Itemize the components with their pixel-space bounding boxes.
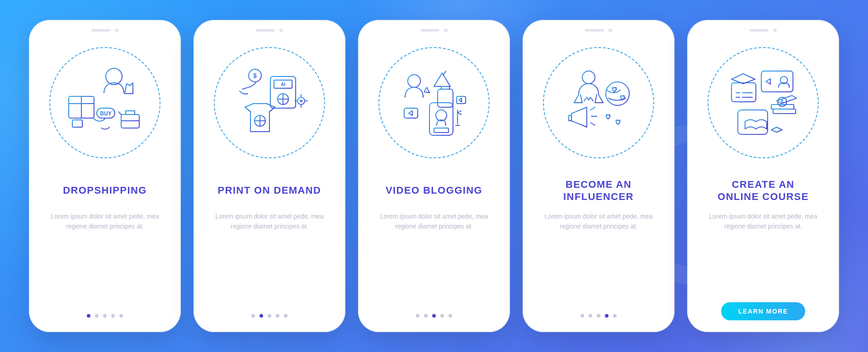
screen-title: DROPSHIPPING xyxy=(60,177,150,204)
svg-point-0 xyxy=(106,68,122,85)
svg-rect-31 xyxy=(738,110,768,134)
svg-text:$: $ xyxy=(781,99,783,105)
svg-rect-28 xyxy=(773,109,796,114)
screen-body: Lorem ipsum dolor sit amet pede, mea reg… xyxy=(699,212,827,231)
svg-rect-21 xyxy=(434,128,448,133)
phone-notch xyxy=(749,28,778,33)
page-indicator xyxy=(251,314,288,320)
svg-point-23 xyxy=(606,82,629,105)
page-dot[interactable] xyxy=(259,314,263,318)
onboarding-screen-1: BUY DROPSHIPPING Lorem ipsum dolor sit a… xyxy=(29,20,181,332)
online-course-icon: $ xyxy=(708,47,819,158)
page-dot[interactable] xyxy=(284,314,288,318)
page-dot[interactable] xyxy=(119,314,123,318)
onboarding-screen-5: $ CREATE AN ONLINE COURSE Lorem ipsum do… xyxy=(687,20,839,332)
svg-text:AI: AI xyxy=(281,82,285,87)
page-dot[interactable] xyxy=(432,314,436,318)
page-dot[interactable] xyxy=(416,314,420,318)
page-dot[interactable] xyxy=(440,314,444,318)
onboarding-stage: BUY DROPSHIPPING Lorem ipsum dolor sit a… xyxy=(0,0,868,352)
page-dot[interactable] xyxy=(95,314,99,318)
page-dot[interactable] xyxy=(424,314,428,318)
onboarding-screen-4: BECOME AN INFLUENCER Lorem ipsum dolor s… xyxy=(523,20,675,332)
page-indicator xyxy=(87,314,123,320)
page-dot[interactable] xyxy=(597,314,600,318)
page-dot[interactable] xyxy=(103,314,107,318)
page-dot[interactable] xyxy=(605,314,609,318)
page-dot[interactable] xyxy=(111,314,115,318)
page-dot[interactable] xyxy=(87,314,90,318)
onboarding-screen-2: $ AI PRINT ON DEMAND xyxy=(193,20,345,332)
svg-point-22 xyxy=(582,71,595,84)
screen-body: Lorem ipsum dolor sit amet pede, mea reg… xyxy=(534,212,663,231)
page-indicator xyxy=(416,314,452,320)
screen-title: VIDEO BLOGGING xyxy=(383,177,485,204)
screen-body: Lorem ipsum dolor sit amet pede, mea reg… xyxy=(370,212,498,231)
screen-title: CREATE AN ONLINE COURSE xyxy=(715,177,811,204)
svg-text:$: $ xyxy=(253,72,257,79)
svg-point-15 xyxy=(408,75,420,87)
page-dot[interactable] xyxy=(268,314,271,318)
page-dot[interactable] xyxy=(276,314,279,318)
svg-text:BUY: BUY xyxy=(100,110,111,117)
influencer-icon xyxy=(543,47,654,158)
page-dot[interactable] xyxy=(580,314,584,318)
screen-title: BECOME AN INFLUENCER xyxy=(561,177,637,204)
svg-rect-27 xyxy=(771,105,794,109)
page-indicator xyxy=(580,314,617,320)
phone-notch xyxy=(420,28,448,33)
screen-body: Lorem ipsum dolor sit amet pede, mea reg… xyxy=(205,212,334,231)
dropshipping-icon: BUY xyxy=(49,47,160,158)
screen-body: Lorem ipsum dolor sit amet pede, mea reg… xyxy=(41,212,169,231)
phone-notch xyxy=(90,28,119,33)
phone-notch xyxy=(584,28,613,33)
phone-notch xyxy=(255,28,284,33)
svg-rect-18 xyxy=(404,108,418,118)
svg-rect-16 xyxy=(438,89,453,107)
page-dot[interactable] xyxy=(613,314,617,318)
page-dot[interactable] xyxy=(589,314,592,318)
screen-title: PRINT ON DEMAND xyxy=(215,177,324,204)
onboarding-screen-3: VIDEO BLOGGING Lorem ipsum dolor sit ame… xyxy=(358,20,510,332)
page-dot[interactable] xyxy=(448,314,452,318)
page-dot[interactable] xyxy=(251,314,255,318)
learn-more-button[interactable]: LEARN MORE xyxy=(721,302,805,320)
svg-point-13 xyxy=(300,100,302,102)
print-on-demand-icon: $ AI xyxy=(214,47,325,158)
svg-point-12 xyxy=(297,97,305,105)
video-blogging-icon xyxy=(378,47,490,158)
svg-point-20 xyxy=(436,110,447,121)
